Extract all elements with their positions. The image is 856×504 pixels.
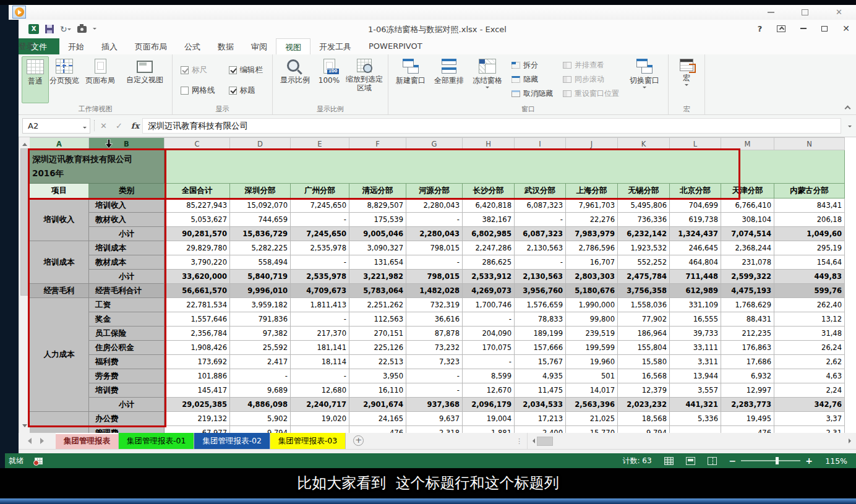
value-cell[interactable]: 2,535,978 [291,270,349,284]
category-cell[interactable]: 管理费 [89,426,165,433]
group-label-cell[interactable]: 培训成本 [30,241,89,284]
value-cell[interactable]: 342,76 [774,398,845,412]
tab-splitter-handle[interactable]: ⋮ [512,437,527,445]
value-cell[interactable]: 16,568 [618,369,670,383]
value-cell[interactable]: 206,18 [774,213,845,227]
value-cell[interactable]: 16,110 [349,383,406,398]
column-header-C[interactable]: C [165,138,230,150]
value-cell[interactable]: 56,661,570 [165,284,230,298]
value-cell[interactable]: 73,232 [406,341,463,355]
vertical-scrollbar[interactable] [19,137,30,433]
header-cell[interactable]: 广州分部 [291,184,349,199]
zoom-100-button[interactable]: 100% [314,56,344,103]
sheet-tab-2[interactable]: 集团管理报表-01 [119,433,194,449]
value-cell[interactable]: 131,654 [349,255,406,270]
value-cell[interactable]: 15,767 [515,355,566,369]
unhide-button[interactable]: 取消隐藏 [511,88,553,99]
value-cell[interactable]: 6,420,818 [463,199,515,213]
value-cell[interactable]: 15,770 [566,426,618,433]
category-cell[interactable]: 培训费 [89,383,165,398]
value-cell[interactable]: 219,132 [165,412,230,426]
value-cell[interactable]: 3,221,982 [349,270,406,284]
column-header-J[interactable]: J [566,138,618,150]
value-cell[interactable]: 2,533,912 [463,270,515,284]
macro-record-icon[interactable] [35,458,43,464]
value-cell[interactable]: 24,165 [349,412,406,426]
value-cell[interactable]: 1,558,036 [618,298,670,312]
value-cell[interactable]: 464,804 [670,255,721,270]
value-cell[interactable]: 2,356,784 [165,327,230,341]
value-cell[interactable]: 112,563 [349,312,406,327]
normal-view-button[interactable]: 普通 [22,56,49,103]
player-minimize-button[interactable] [768,12,774,13]
zoom-thumb[interactable] [776,457,779,464]
value-cell[interactable]: 217,370 [291,327,349,341]
page-layout-view-button[interactable]: 页面布局 [80,56,121,103]
value-cell[interactable]: 1,049,60 [774,227,845,241]
value-cell[interactable]: 476 [721,426,774,433]
column-header-N[interactable]: N [774,138,845,150]
freeze-panes-button[interactable]: 冻结窗格 [468,56,507,103]
zoom-in-icon[interactable]: + [805,457,813,464]
group-label-cell[interactable]: 人力成本 [30,298,89,412]
value-cell[interactable]: 736,336 [618,213,670,227]
value-cell[interactable]: 6,766,410 [721,199,774,213]
value-cell[interactable]: 3,37 [774,412,845,426]
view-side-by-side-button[interactable]: 并排查看 [563,60,619,70]
category-cell[interactable]: 小计 [89,398,165,412]
value-cell[interactable]: 2,563,396 [566,398,618,412]
header-cell[interactable]: 类别 [89,184,165,199]
value-cell[interactable]: 15,580 [618,355,670,369]
synchronous-scrolling-button[interactable]: 同步滚动 [563,74,619,85]
value-cell[interactable]: 246,645 [670,241,721,255]
category-cell[interactable]: 培训成本 [89,241,165,255]
zoom-out-icon[interactable]: − [729,457,737,464]
value-cell[interactable]: 22,276 [566,213,618,227]
value-cell[interactable]: 2,280,043 [406,199,463,213]
value-cell[interactable]: 101,886 [165,369,230,383]
category-cell[interactable]: 经营毛利合计 [89,284,165,298]
value-cell[interactable]: 798,015 [406,270,463,284]
header-cell[interactable]: 清远分部 [349,184,406,199]
column-header-M[interactable]: M [721,138,774,150]
value-cell[interactable]: 145,417 [165,383,230,398]
new-sheet-button[interactable]: + [353,435,364,446]
value-cell[interactable]: 7,983,979 [566,227,618,241]
zoom-track[interactable] [741,460,800,461]
value-cell[interactable]: 295,19 [774,241,845,255]
value-cell[interactable]: 2,251,262 [349,298,406,312]
value-cell[interactable]: 97,382 [230,327,291,341]
category-cell[interactable]: 小计 [89,227,165,241]
column-header-B[interactable]: B [89,138,165,150]
value-cell[interactable]: 6,932 [721,369,774,383]
value-cell[interactable]: 29,829,780 [165,241,230,255]
value-cell[interactable]: 5,902 [230,412,291,426]
value-cell[interactable]: 2,130,563 [515,270,566,284]
value-cell[interactable]: 619,738 [670,213,721,227]
value-cell[interactable]: 2,24 [774,383,845,398]
vertical-scroll-thumb[interactable] [20,148,28,296]
column-header-F[interactable]: F [349,138,406,150]
value-cell[interactable]: 17,213 [515,412,566,426]
value-cell[interactable]: 2,034,533 [515,398,566,412]
value-cell[interactable]: 2,475,784 [618,270,670,284]
value-cell[interactable]: 7,245,650 [291,227,349,241]
value-cell[interactable]: 26,24 [774,341,845,355]
value-cell[interactable]: 3,959,182 [230,298,291,312]
value-cell[interactable]: 3,557 [670,383,721,398]
value-cell[interactable]: 2,417 [230,355,291,369]
header-cell[interactable]: 项目 [30,184,89,199]
value-cell[interactable]: 189,199 [515,327,566,341]
value-cell[interactable]: - [291,312,349,327]
column-header-G[interactable]: G [406,138,463,150]
value-cell[interactable]: 9,689 [230,383,291,398]
value-cell[interactable]: 704,699 [670,199,721,213]
column-header-L[interactable]: L [670,138,721,150]
ribbon-display-options-icon[interactable] [777,25,785,32]
value-cell[interactable]: 2,096,179 [463,398,515,412]
value-cell[interactable]: 2,901,674 [349,398,406,412]
value-cell[interactable]: 173,692 [165,355,230,369]
value-cell[interactable]: 476 [349,426,406,433]
value-cell[interactable]: 1,700,746 [463,298,515,312]
value-cell[interactable]: 4,63 [774,369,845,383]
